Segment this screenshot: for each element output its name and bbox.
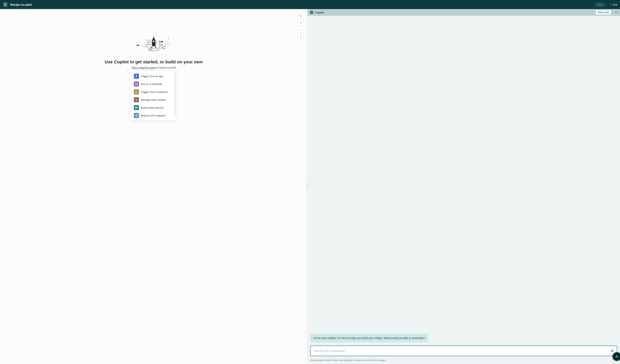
svg-marker-32 [163,46,165,49]
canvas-controls: + − [298,13,304,40]
hero-suffix: to build yourself [156,66,176,69]
svg-rect-28 [159,44,162,48]
svg-point-6 [301,37,301,37]
hero-title: Use Copilot to get started, or build on … [105,60,202,64]
svg-point-43 [137,100,137,100]
calendar-icon [134,81,139,87]
webhook-icon [134,89,139,94]
help-fab[interactable] [613,352,620,361]
split-handle[interactable] [307,183,308,190]
app-header: Recipe Co pilot Save Exit [0,0,620,9]
document-icon [3,2,8,7]
zoom-out-button[interactable]: − [298,27,304,33]
hero-subtitle: Pick a starting point to build yourself [132,66,176,69]
close-icon [610,3,612,6]
exit-button[interactable]: Exit [610,3,617,6]
page-title: Recipe Co pilot [10,3,32,6]
reset-chat-button[interactable]: Reset chat [596,10,611,15]
starting-point-dropdown: Trigger from an app Run on a schedule Tr… [131,71,176,121]
option-api-endpoint[interactable]: Build an API endpoint [131,112,176,120]
option-label: Trigger from a webhook [141,91,168,93]
chat-input-container [310,346,617,356]
svg-point-16 [168,38,169,39]
svg-point-23 [148,48,159,51]
svg-point-42 [136,99,136,100]
option-recipe-function[interactable]: Build recipe function [131,104,176,112]
svg-point-26 [159,42,160,42]
option-label: Trigger from an app [141,75,163,78]
copilot-avatar-icon: ✦ [310,11,313,14]
svg-rect-33 [135,83,137,85]
zoom-in-button[interactable]: + [298,20,304,26]
option-label: Build recipe function [141,106,164,109]
svg-marker-15 [164,41,171,47]
dropdown-scrollbar[interactable] [174,73,175,116]
svg-point-39 [137,92,138,93]
chat-title: Copilot [315,11,324,14]
function-icon [134,105,139,110]
svg-marker-14 [136,45,140,46]
chat-header-divider [613,11,613,14]
option-schedule[interactable]: Run on a schedule [131,80,176,88]
svg-point-27 [161,41,163,43]
save-button[interactable]: Save [594,2,606,7]
chat-header: ✦ Copilot Reset chat [308,9,620,16]
svg-line-57 [617,356,618,357]
option-label: Manage other recipes [141,98,166,101]
share-nodes-icon [134,113,139,118]
fit-button[interactable] [298,34,304,40]
svg-line-49 [136,115,137,116]
undo-button[interactable] [298,13,304,18]
svg-point-20 [153,41,155,42]
chat-input[interactable] [313,349,610,352]
option-label: Run on a schedule [141,83,162,86]
chat-message: Hi! As your copilot, I'm here to help yo… [310,334,428,342]
svg-line-56 [616,356,617,357]
svg-point-24 [149,49,152,50]
svg-line-50 [136,116,137,116]
option-label: Build an API endpoint [141,114,165,117]
send-button[interactable] [610,349,614,353]
pick-starting-point-link[interactable]: Pick a starting point [132,66,156,69]
chat-panel: ✦ Copilot Reset chat Hi! As your copilot… [308,9,620,364]
rocket-illustration [130,35,177,52]
ai-disclaimer: AI-generated content may have mistakes. … [308,359,620,364]
exit-label: Exit [613,3,617,6]
chat-body: Hi! As your copilot, I'm here to help yo… [308,16,620,359]
option-manage-recipes[interactable]: Manage other recipes [131,96,176,104]
collapse-panel-button[interactable] [615,11,618,14]
lightning-icon [134,74,139,79]
canvas-panel: + − [0,9,308,364]
option-trigger-app[interactable]: Trigger from an app [131,72,176,80]
option-webhook[interactable]: Trigger from a webhook [131,88,176,96]
svg-point-38 [135,92,136,93]
main-split: + − [0,9,620,364]
gear-cluster-icon [134,97,139,102]
